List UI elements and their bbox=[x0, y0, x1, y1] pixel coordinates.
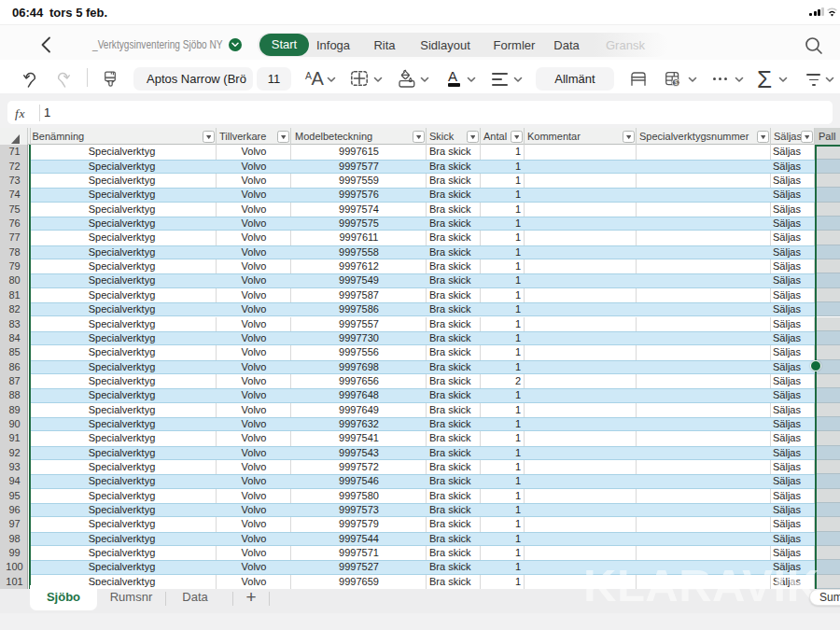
svg-text:$: $ bbox=[674, 79, 678, 86]
